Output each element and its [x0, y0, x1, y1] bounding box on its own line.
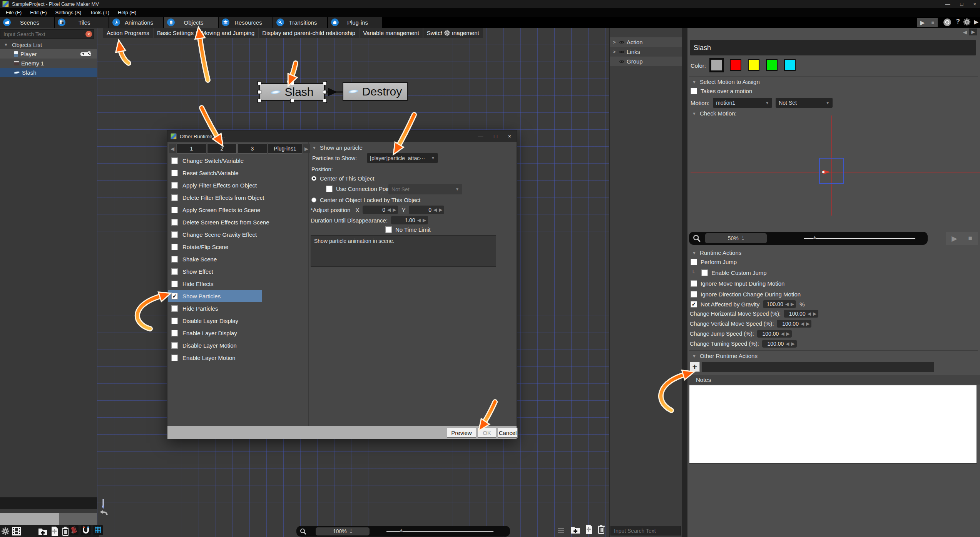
action-row[interactable]: Delete Filter Effects from Object [168, 191, 262, 204]
menu-item[interactable]: File (F) [2, 9, 25, 16]
use-connection-point-row[interactable]: Use Connection Point [326, 186, 392, 192]
card-deck-icon[interactable] [69, 525, 79, 535]
delete-trash-icon[interactable] [62, 526, 69, 536]
canvas-zoom-value[interactable]: 100% +− [316, 527, 370, 535]
clear-search-icon[interactable]: × [85, 31, 92, 37]
enable-custom-jump-row[interactable]: └ Enable Custom Jump [691, 269, 767, 276]
settings-gear-icon[interactable] [1, 527, 10, 535]
restore-icon[interactable]: □ [960, 1, 963, 7]
object-name-field[interactable]: Slash [690, 40, 976, 55]
add-page-icon[interactable] [585, 524, 593, 534]
action-checkbox[interactable] [171, 318, 178, 324]
gravity-checkbox[interactable]: ✓ [691, 301, 697, 308]
tab-tiles[interactable]: Tiles [55, 17, 109, 28]
dialog-tab-1[interactable]: 1 [177, 144, 206, 154]
speed-value-spinner[interactable]: 100.00◀▶ [784, 310, 818, 318]
center-locked-radio-row[interactable]: Center of Object Locked by This Object [311, 197, 421, 203]
preview-zoom-slider[interactable]: ▲ [804, 238, 915, 239]
adjust-y-spinner[interactable]: 0◀▶ [409, 206, 444, 214]
other-runtime-actions-header[interactable]: ▼ Other Runtime Actions [692, 353, 758, 359]
add-folder-icon[interactable] [38, 527, 48, 536]
action-row[interactable]: Disable Layer Display [168, 315, 262, 327]
action-row[interactable]: Enable Layer Motion [168, 351, 262, 364]
zoom-slider-thumb[interactable]: ▲ [812, 234, 817, 240]
sub-tab[interactable]: Basic Settings [154, 28, 197, 38]
radio-unselected-icon[interactable] [311, 197, 316, 202]
dialog-tab-2[interactable]: 2 [207, 144, 237, 154]
action-row[interactable]: Hide Particles [168, 302, 262, 315]
action-row[interactable]: Change Scene Gravity Effect [168, 228, 262, 241]
check-motion-header[interactable]: ▼ Check Motion: [692, 110, 737, 117]
collapse-triangle-icon[interactable]: ▼ [692, 251, 696, 255]
color-swatch-selected[interactable] [709, 58, 724, 72]
gear-icon[interactable] [963, 18, 971, 26]
particles-dropdown[interactable]: [player]particle_attac··· ▼ [367, 153, 438, 163]
tab-scenes[interactable]: Scenes [0, 17, 54, 28]
objects-tree-title[interactable]: ▼ Objects List [0, 40, 42, 49]
action-row[interactable]: Reset Switch/Variable [168, 167, 262, 179]
collapse-triangle-icon[interactable]: ▼ [312, 146, 316, 150]
selection-handle[interactable] [258, 99, 261, 103]
action-row[interactable]: Rotate/Flip Scene [168, 241, 262, 253]
notes-textarea[interactable] [689, 385, 977, 463]
object-item-enemy[interactable]: Enemy 1 [0, 59, 97, 68]
tab-resources[interactable]: Resources [219, 17, 273, 28]
reset-icon[interactable] [943, 18, 952, 27]
action-checkbox[interactable] [171, 268, 178, 275]
subtab-gear-icon[interactable] [442, 28, 452, 38]
action-checkbox[interactable] [171, 281, 178, 287]
add-folder-icon[interactable] [570, 525, 580, 534]
gravity-value-spinner[interactable]: 100.00◀▶ [763, 300, 796, 308]
menu-item[interactable]: Help (H) [114, 9, 140, 16]
zoom-stepper[interactable]: +− [350, 529, 352, 534]
radio-selected-icon[interactable] [311, 176, 316, 181]
motion-dropdown-2[interactable]: Not Set▼ [776, 98, 833, 108]
connection-point-checkbox[interactable] [326, 186, 333, 192]
dialog-tab-plugins1[interactable]: Plug-ins1 [268, 144, 302, 154]
action-checkbox[interactable] [171, 207, 178, 213]
tab-animations[interactable]: Animations [109, 17, 163, 28]
object-item-slash[interactable]: Slash [0, 68, 97, 77]
speed-value-spinner[interactable]: 100.00◀▶ [777, 320, 811, 328]
links-search-input[interactable] [611, 527, 684, 534]
selection-handle[interactable] [323, 81, 327, 85]
objects-search-input[interactable] [0, 31, 85, 38]
sub-tab[interactable]: Action Programs [103, 28, 153, 38]
action-row[interactable]: Apply Screen Effects to Scene [168, 204, 262, 216]
ignore-direction-change-checkbox[interactable] [691, 291, 697, 298]
perform-jump-row[interactable]: Perform Jump [691, 259, 737, 265]
ignore-move-input-row[interactable]: Ignore Move Input During Motion [691, 280, 784, 287]
color-swatch-cyan[interactable] [784, 59, 796, 71]
action-checkbox[interactable]: ✓ [171, 293, 178, 299]
motion-dropdown[interactable]: motion1▼ [713, 98, 772, 108]
perform-jump-checkbox[interactable] [691, 259, 697, 265]
filmstrip-icon[interactable] [12, 526, 22, 536]
minimize-icon[interactable]: — [945, 1, 950, 7]
grid-snap-icon[interactable] [93, 525, 103, 535]
action-row[interactable]: Shake Scene [168, 253, 262, 265]
expander-icon[interactable]: > [613, 49, 617, 55]
play-icon[interactable]: ▶ [920, 19, 925, 26]
no-time-limit-checkbox[interactable] [385, 226, 392, 233]
selection-handle[interactable] [323, 99, 327, 103]
takes-over-checkbox[interactable] [691, 88, 697, 94]
object-item-player[interactable]: Player [0, 49, 97, 59]
action-checkbox[interactable] [171, 355, 178, 361]
speed-value-spinner[interactable]: 100.00◀▶ [762, 340, 797, 348]
play-scene-icon[interactable]: ▶ [974, 18, 978, 25]
add-runtime-action-button[interactable]: + [690, 362, 700, 372]
selection-handle[interactable] [258, 81, 261, 85]
list-view-icon[interactable] [557, 527, 565, 534]
tree-item-links[interactable]: > Links [610, 47, 682, 57]
sub-tab[interactable]: Switch management [423, 28, 483, 38]
play-motion-icon[interactable]: ▶ [952, 234, 957, 243]
tree-item-action[interactable]: > Action [610, 37, 682, 47]
action-row[interactable]: Delete Screen Effects from Scene [168, 216, 262, 228]
canvas-zoom-slider[interactable]: ▲ [386, 531, 493, 532]
delete-trash-icon[interactable] [597, 524, 605, 534]
expander-icon[interactable]: > [613, 39, 617, 45]
tab-plugins[interactable]: Plug-ins [328, 17, 382, 28]
no-time-limit-row[interactable]: No Time Limit [385, 226, 431, 233]
menu-item[interactable]: Tools (T) [86, 9, 113, 16]
selection-handle[interactable] [290, 81, 294, 85]
